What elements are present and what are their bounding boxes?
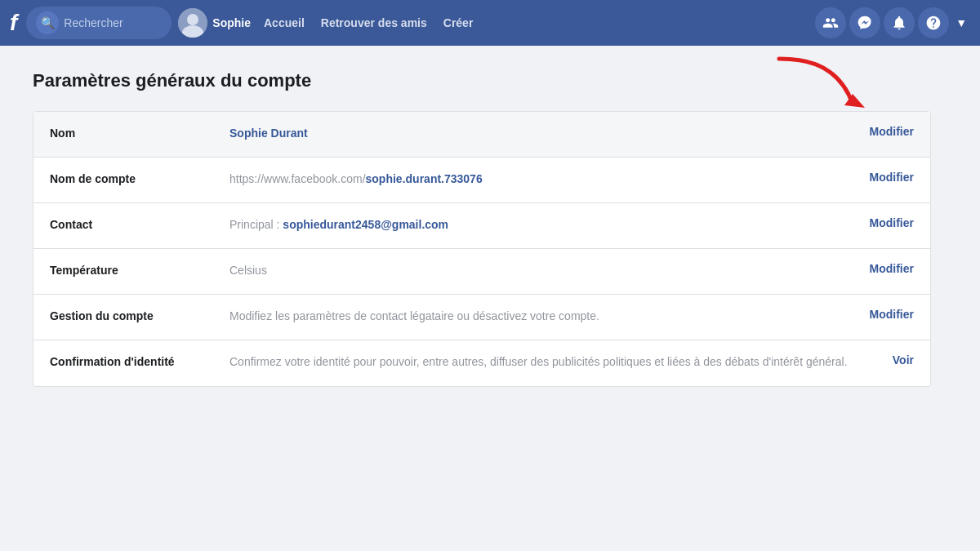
search-input[interactable] — [64, 16, 162, 29]
row-label-contact: Contact — [50, 216, 229, 231]
row-label-gestion: Gestion du compte — [50, 308, 229, 322]
row-value-identite: Confirmez votre identité pour pouvoir, e… — [229, 353, 876, 371]
settings-row-nom-compte: Nom de compte https://www.facebook.com/s… — [33, 158, 930, 203]
main-content: Paramètres généraux du compte Nom Sophie… — [0, 46, 980, 551]
user-profile[interactable]: Sophie — [178, 8, 251, 38]
row-label-temperature: Température — [50, 262, 229, 277]
row-value-contact: Principal : sophiedurant2458@gmail.com — [229, 216, 853, 233]
search-bar: 🔍 — [26, 7, 172, 39]
row-label-nom-compte: Nom de compte — [50, 171, 229, 185]
row-label-identite: Confirmation d'identité — [50, 353, 229, 368]
settings-row-gestion: Gestion du compte Modifiez les paramètre… — [33, 295, 930, 340]
friends-icon-btn[interactable] — [815, 7, 846, 38]
row-value-temperature: Celsius — [229, 262, 853, 279]
settings-table: Nom Sophie Durant Modifier Nom de compte… — [33, 111, 931, 387]
row-value-bold-contact: sophiedurant2458@gmail.com — [283, 218, 448, 231]
navbar-nav: Accueil Retrouver des amis Créer — [264, 16, 808, 29]
row-value-nom: Sophie Durant — [229, 125, 853, 142]
settings-row-contact: Contact Principal : sophiedurant2458@gma… — [33, 203, 930, 249]
help-icon-btn[interactable] — [918, 7, 949, 38]
row-label-nom: Nom — [50, 125, 229, 140]
row-action-nom[interactable]: Modifier — [853, 125, 914, 138]
search-button[interactable]: 🔍 — [36, 11, 59, 34]
navbar: f 🔍 Sophie Accueil Retrouver des amis Cr… — [0, 0, 980, 46]
nav-creer[interactable]: Créer — [443, 16, 474, 29]
avatar — [178, 8, 207, 38]
row-value-bold-nom-compte: sophie.durant.733076 — [366, 172, 483, 185]
nav-accueil[interactable]: Accueil — [264, 16, 305, 29]
row-value-gestion: Modifiez les paramètres de contact légat… — [229, 308, 853, 325]
row-action-identite[interactable]: Voir — [876, 353, 914, 367]
row-value-nom-compte: https://www.facebook.com/sophie.durant.7… — [229, 171, 853, 188]
nav-retrouver-amis[interactable]: Retrouver des amis — [321, 16, 427, 29]
user-name: Sophie — [212, 16, 251, 29]
settings-row-temperature: Température Celsius Modifier — [33, 249, 930, 295]
navbar-icons: ▼ — [815, 7, 970, 38]
row-action-gestion[interactable]: Modifier — [853, 308, 914, 321]
row-action-contact[interactable]: Modifier — [853, 216, 914, 229]
page-title: Paramètres généraux du compte — [33, 70, 947, 91]
svg-point-1 — [187, 14, 198, 25]
svg-marker-3 — [844, 94, 865, 108]
messenger-icon-btn[interactable] — [849, 7, 880, 38]
settings-row-identite: Confirmation d'identité Confirmez votre … — [33, 340, 930, 386]
settings-row-nom: Nom Sophie Durant Modifier — [33, 112, 930, 158]
facebook-logo: f — [10, 10, 16, 36]
row-action-nom-compte[interactable]: Modifier — [853, 171, 914, 184]
row-action-temperature[interactable]: Modifier — [853, 262, 914, 275]
notifications-icon-btn[interactable] — [884, 7, 915, 38]
navbar-chevron[interactable]: ▼ — [952, 13, 970, 33]
